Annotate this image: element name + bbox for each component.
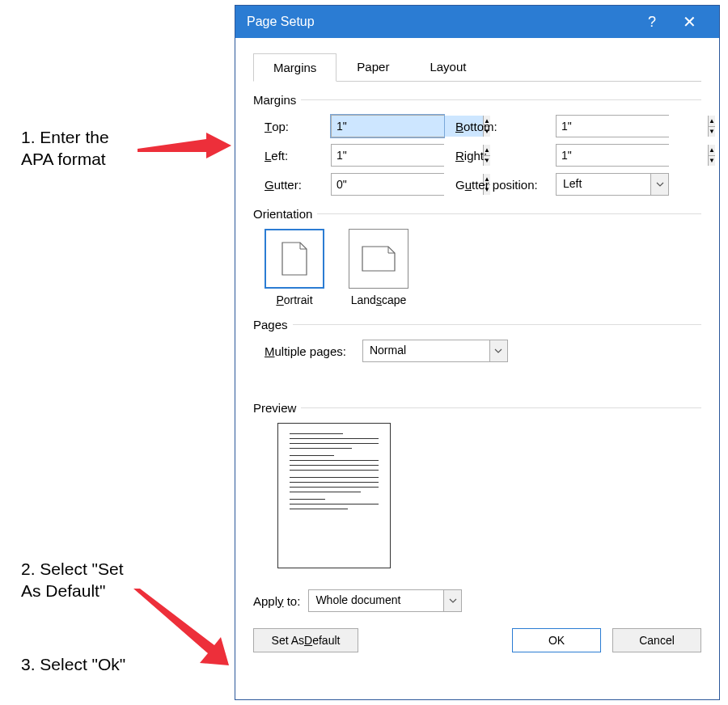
spin-down-icon[interactable]: ▼ [709,127,715,137]
label-bottom: Bottom: [455,120,544,133]
spin-up-icon[interactable]: ▲ [709,145,715,156]
section-pages-label: Pages [253,318,288,331]
svg-marker-1 [133,589,229,665]
tab-margins[interactable]: Margins [253,53,336,82]
spin-down-icon[interactable]: ▼ [709,156,715,167]
label-apply-to: Apply to: [253,594,300,608]
label-left: Left: [265,149,320,163]
tab-paper[interactable]: Paper [336,53,409,81]
orientation-landscape[interactable] [349,229,408,289]
annotation-step2: 2. Select "Set As Default" [21,558,124,602]
gutter-input[interactable]: ▲▼ [331,173,444,196]
label-top: Top: [265,120,320,133]
chevron-down-icon[interactable] [489,340,507,361]
section-preview-label: Preview [253,401,296,415]
section-orientation-label: Orientation [253,207,312,221]
annotation-step1: 1. Enter the APA format [21,126,109,171]
label-right: Right: [455,149,544,163]
portrait-page-icon [281,241,308,277]
preview-thumbnail [277,423,391,568]
apply-to-select[interactable]: Whole document [308,589,462,612]
top-margin-input[interactable]: ▲▼ [331,115,444,137]
bottom-margin-input[interactable]: ▲▼ [556,115,669,137]
label-gutterpos: Gutter position: [455,178,544,192]
cancel-button[interactable]: Cancel [612,628,701,652]
set-as-default-button[interactable]: Set As Default [253,628,358,652]
gutter-position-select[interactable]: Left [556,173,669,196]
right-margin-input[interactable]: ▲▼ [556,144,669,167]
multiple-pages-select[interactable]: Normal [362,340,508,362]
close-icon[interactable]: ✕ [671,12,708,32]
chevron-down-icon[interactable] [443,590,461,611]
ok-button[interactable]: OK [512,628,601,652]
spin-up-icon[interactable]: ▲ [709,116,715,127]
label-multiple-pages: Multiple pages: [265,344,346,358]
landscape-page-icon [361,245,396,272]
arrow-icon [133,589,239,669]
chevron-down-icon[interactable] [650,174,668,195]
landscape-label: Landscape [349,293,408,306]
section-margins-label: Margins [253,93,296,107]
help-icon[interactable]: ? [633,14,671,31]
portrait-label: Portrait [265,293,324,306]
dialog-title: Page Setup [247,15,633,29]
tab-layout[interactable]: Layout [409,53,486,81]
page-setup-dialog: Page Setup ? ✕ Margins Paper Layout Marg… [235,5,720,700]
annotation-step3: 3. Select "Ok" [21,653,125,675]
orientation-portrait[interactable] [265,229,324,289]
tabs: Margins Paper Layout [253,53,701,82]
label-gutter: Gutter: [265,178,320,192]
arrow-icon [138,129,235,162]
titlebar: Page Setup ? ✕ [235,6,719,38]
left-margin-input[interactable]: ▲▼ [331,144,444,167]
svg-marker-0 [138,133,231,158]
